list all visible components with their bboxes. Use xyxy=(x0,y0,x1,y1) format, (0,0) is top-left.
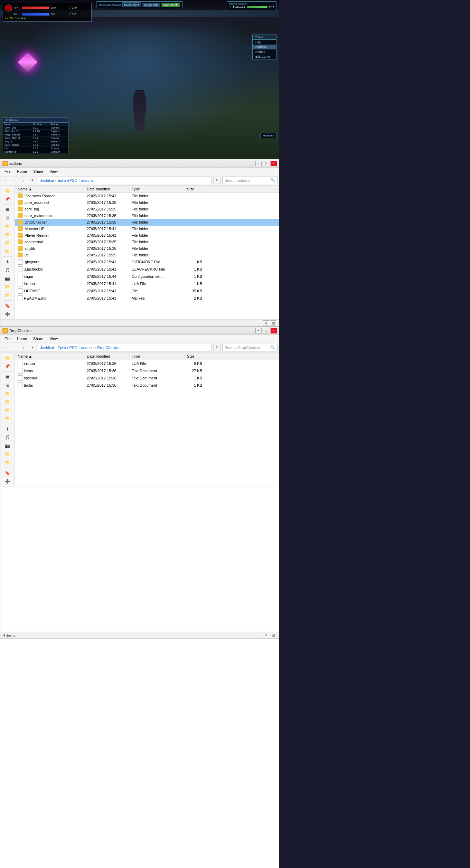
dropchecker-menu-home[interactable]: Home xyxy=(14,336,30,341)
dc-file-row-0[interactable]: init.lua 27/05/2017 15:36 LUA File 9 KB xyxy=(15,360,279,367)
addons-file-row-1[interactable]: core_addonlist 27/05/2017 15:35 File fol… xyxy=(15,199,279,206)
dc-address-addons[interactable]: addons xyxy=(81,346,94,350)
addons-address-refresh[interactable]: ↻ xyxy=(213,177,221,184)
dropchecker-recent-button[interactable]: ▾ xyxy=(29,344,36,351)
dropchecker-maximize-button[interactable]: □ xyxy=(263,328,269,333)
addons-col-type-header[interactable]: Type xyxy=(129,186,184,192)
dc-col-name-header[interactable]: Name ▲ xyxy=(15,353,84,359)
address-part-ephinepso[interactable]: EphinePSO xyxy=(57,178,77,182)
addons-search-bar[interactable]: Search addons 🔍 xyxy=(222,177,278,184)
dropchecker-list-view-button[interactable]: ≡ xyxy=(263,633,269,638)
dc-sidebar-pin-icon[interactable]: 📌 xyxy=(2,362,13,370)
sidebar-photo-icon[interactable]: 📷 xyxy=(2,275,13,282)
addons-col-name-header[interactable]: Name ▲ xyxy=(15,186,84,192)
sidebar-bookmark-icon[interactable]: 🔖 xyxy=(2,302,13,310)
addons-menu-view[interactable]: View xyxy=(47,169,60,174)
addons-file-row-9[interactable]: util 27/05/2017 15:35 File folder xyxy=(15,252,279,258)
dc-sidebar-folder-3-icon[interactable]: 📁 xyxy=(2,406,13,414)
addons-file-row-5[interactable]: Monster HP 27/05/2017 15:41 File folder xyxy=(15,226,279,232)
dc-sidebar-computer-icon[interactable]: 💻 xyxy=(2,373,13,381)
addons-forward-button[interactable]: → xyxy=(11,177,18,184)
dc-col-type-header[interactable]: Type xyxy=(129,353,184,359)
addons-minimize-button[interactable]: − xyxy=(255,161,262,166)
dc-address-ephinepso[interactable]: EphinePSO xyxy=(57,346,77,350)
sidebar-folder-1-icon[interactable]: 📁 xyxy=(2,223,13,230)
addons-recent-button[interactable]: ▾ xyxy=(29,177,36,184)
addons-file-row-0[interactable]: Character Reader 27/05/2017 15:41 File f… xyxy=(15,193,279,199)
addons-file-row-7[interactable]: psointernal 27/05/2017 15:35 File folder xyxy=(15,239,279,245)
mags-only-button[interactable]: Mags only xyxy=(142,3,160,7)
addons-file-row-10[interactable]: .gitignore 27/05/2017 15:41 GITIGNORE Fi… xyxy=(15,258,279,266)
dc-col-size-header[interactable]: Size xyxy=(184,353,205,359)
dropchecker-minimize-button[interactable]: − xyxy=(255,328,262,333)
addons-file-row-8[interactable]: solylib 27/05/2017 15:35 File folder xyxy=(15,245,279,252)
addons-detail-view-button[interactable]: ▤ xyxy=(270,320,276,326)
dc-file-row-1[interactable]: items 27/05/2017 15:36 Text Document 27 … xyxy=(15,367,279,375)
sidebar-download-icon[interactable]: ⬇ xyxy=(2,258,13,266)
addons-up-button[interactable]: ↑ xyxy=(20,177,27,184)
dropchecker-close-button[interactable]: × xyxy=(271,328,277,333)
sidebar-music-icon[interactable]: 🎵 xyxy=(2,266,13,274)
main-menu-log[interactable]: Log xyxy=(253,40,276,45)
addons-maximize-button[interactable]: □ xyxy=(263,161,269,166)
addons-file-row-4[interactable]: DropChecker 27/05/2017 15:36 File folder xyxy=(15,219,279,226)
addons-menu-share[interactable]: Share xyxy=(30,169,46,174)
dc-sidebar-add-icon[interactable]: ➕ xyxy=(2,478,13,485)
sidebar-folder-6-icon[interactable]: 📁 xyxy=(2,291,13,299)
dc-sidebar-screen-icon[interactable]: 🖥 xyxy=(2,381,13,389)
dc-sidebar-photo-icon[interactable]: 📷 xyxy=(2,442,13,450)
dc-sidebar-star-icon[interactable]: ⭐ xyxy=(2,354,13,362)
dc-sidebar-folder-4-icon[interactable]: 📁 xyxy=(2,415,13,422)
addons-file-row-6[interactable]: Player Reader 27/05/2017 15:41 File fold… xyxy=(15,232,279,239)
dropchecker-address-bar[interactable]: Joshikai › EphinePSO › addons › DropChec… xyxy=(38,344,212,351)
dc-address-dropchecker[interactable]: DropChecker xyxy=(97,346,120,350)
dc-file-row-3[interactable]: techs 27/05/2017 15:36 Text Document 1 K… xyxy=(15,382,279,389)
dropchecker-back-button[interactable]: ← xyxy=(2,344,9,351)
addons-close-button[interactable]: × xyxy=(271,161,277,166)
addons-back-button[interactable]: ← xyxy=(2,177,9,184)
dropchecker-menu-file[interactable]: File xyxy=(2,336,13,341)
addons-file-row-11[interactable]: .luacheckrc 27/05/2017 15:41 LUACHECKRC … xyxy=(15,266,279,273)
dc-sidebar-folder-6-icon[interactable]: 📁 xyxy=(2,459,13,466)
dc-address-joshikai[interactable]: Joshikai xyxy=(40,346,54,350)
sidebar-screen-icon[interactable]: 🖥 xyxy=(2,214,13,222)
addons-address-bar[interactable]: Joshikai › EphinePSO › addons xyxy=(38,177,212,184)
dc-file-row-2[interactable]: specials 27/05/2017 15:36 Text Document … xyxy=(15,375,279,382)
dropchecker-forward-button[interactable]: → xyxy=(11,344,18,351)
addons-file-row-13[interactable]: init.lua 27/05/2017 15:41 LUA File 1 KB xyxy=(15,280,279,287)
addons-file-row-15[interactable]: README.md 27/05/2017 15:41 MD File 2 KB xyxy=(15,295,279,302)
sidebar-folder-5-icon[interactable]: 📁 xyxy=(2,283,13,291)
dc-sidebar-folder-1-icon[interactable]: 📁 xyxy=(2,390,13,397)
main-menu-exit[interactable]: Exit Game xyxy=(253,54,276,59)
main-menu-reload[interactable]: Reload xyxy=(253,49,276,54)
dropchecker-detail-view-button[interactable]: ▤ xyxy=(270,633,276,638)
sidebar-pin-icon[interactable]: 📌 xyxy=(2,195,13,203)
sidebar-folder-4-icon[interactable]: 📁 xyxy=(2,247,13,255)
addons-file-row-12[interactable]: imgui 27/05/2017 15:44 Configuration set… xyxy=(15,273,279,280)
addons-menu-home[interactable]: Home xyxy=(14,169,30,174)
addons-file-row-3[interactable]: core_mainmenu 27/05/2017 15:35 File fold… xyxy=(15,213,279,219)
dc-sidebar-bookmark-icon[interactable]: 🔖 xyxy=(2,469,13,477)
sidebar-folder-2-icon[interactable]: 📁 xyxy=(2,231,13,238)
addons-menu-file[interactable]: File xyxy=(2,169,13,174)
addons-col-date-header[interactable]: Date modified xyxy=(84,186,129,192)
inventory-dropdown[interactable]: Inventory ▾ xyxy=(122,2,141,7)
dropchecker-address-refresh[interactable]: ↻ xyxy=(213,344,221,351)
main-menu-addons[interactable]: Addons xyxy=(253,45,276,49)
dropchecker-search-bar[interactable]: Search DropChecker 🔍 xyxy=(222,344,278,351)
sidebar-computer-icon[interactable]: 💻 xyxy=(2,206,13,214)
sidebar-add-icon[interactable]: ➕ xyxy=(2,310,13,318)
sidebar-folder-3-icon[interactable]: 📁 xyxy=(2,239,13,247)
dropchecker-menu-view[interactable]: View xyxy=(47,336,60,341)
address-part-joshikai[interactable]: Joshikai xyxy=(40,178,54,182)
dc-sidebar-folder-2-icon[interactable]: 📁 xyxy=(2,398,13,406)
dropchecker-up-button[interactable]: ↑ xyxy=(20,344,27,351)
addons-file-row-2[interactable]: core_log 27/05/2017 15:35 File folder xyxy=(15,206,279,213)
dc-sidebar-folder-5-icon[interactable]: 📁 xyxy=(2,450,13,458)
addons-list-view-button[interactable]: ≡ xyxy=(263,320,269,326)
dropchecker-menu-share[interactable]: Share xyxy=(30,336,46,341)
dc-col-date-header[interactable]: Date modified xyxy=(84,353,129,359)
save-to-file-button[interactable]: Save to file xyxy=(161,3,180,7)
addons-col-size-header[interactable]: Size xyxy=(184,186,205,192)
address-part-addons[interactable]: addons xyxy=(81,178,94,182)
